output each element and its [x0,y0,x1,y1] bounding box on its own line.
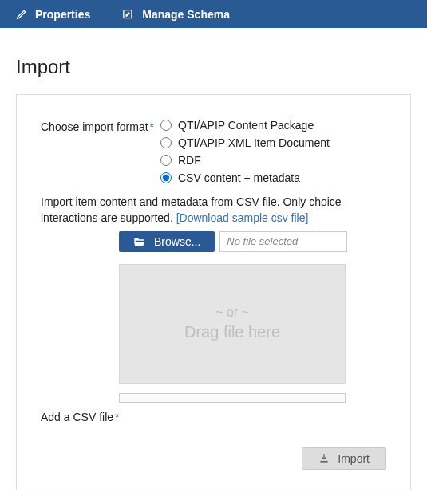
format-radio[interactable] [160,172,172,183]
add-csv-field: Add a CSV file* [41,411,386,423]
required-marker: * [150,120,154,133]
upload-progress-bar [119,393,346,403]
import-button[interactable]: Import [302,447,386,470]
drop-area-wrapper: ~ or ~ Drag file here [119,264,386,384]
manage-schema-tab[interactable]: Manage Schema [122,8,230,21]
topbar: Properties Manage Schema [0,0,427,28]
import-button-label: Import [338,452,370,465]
format-option-label: QTI/APIP Content Package [178,119,314,132]
properties-label: Properties [35,8,90,21]
format-help-text: Import item content and metadata from CS… [41,194,386,226]
format-option[interactable]: RDF [160,154,330,167]
pencil-icon [16,9,27,20]
page-body: Import Choose import format* QTI/APIP Co… [0,28,427,504]
edit-square-icon [122,8,134,20]
format-option[interactable]: QTI/APIP XML Item Document [160,136,330,149]
file-picker-row: Browse... No file selected [119,231,386,252]
page-title: Import [16,56,411,78]
import-icon [318,453,330,464]
format-option[interactable]: CSV content + metadata [160,171,330,184]
browse-button[interactable]: Browse... [119,231,215,252]
format-radio-group: QTI/APIP Content PackageQTI/APIP XML Ite… [160,119,330,184]
format-option-label: CSV content + metadata [178,171,300,184]
format-radio[interactable] [160,120,172,131]
browse-label: Browse... [154,235,200,248]
panel-footer: Import [41,447,386,470]
format-radio[interactable] [160,155,172,166]
selected-file-display: No file selected [219,231,347,252]
drop-area[interactable]: ~ or ~ Drag file here [119,264,346,384]
format-option[interactable]: QTI/APIP Content Package [160,119,330,132]
format-option-label: QTI/APIP XML Item Document [178,136,330,149]
manage-schema-label: Manage Schema [142,8,230,21]
import-panel: Choose import format* QTI/APIP Content P… [16,94,411,490]
drop-drag-text: Drag file here [184,323,280,341]
format-radio[interactable] [160,137,172,148]
format-field: Choose import format* QTI/APIP Content P… [41,119,386,184]
properties-tab[interactable]: Properties [16,8,90,21]
folder-open-icon [133,236,146,247]
required-marker: * [115,411,119,423]
format-label: Choose import format* [41,119,160,133]
add-csv-label: Add a CSV file [41,411,113,423]
drop-or-text: ~ or ~ [215,305,249,320]
format-option-label: RDF [178,154,201,167]
download-sample-link[interactable]: [Download sample csv file] [176,211,309,224]
